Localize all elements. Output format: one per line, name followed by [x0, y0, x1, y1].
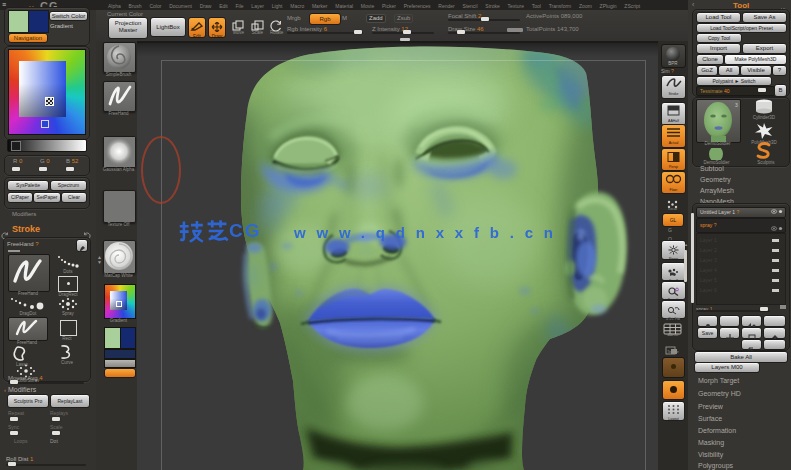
svg-text:3: 3: [735, 102, 738, 108]
svg-text:BPR: BPR: [668, 61, 678, 66]
